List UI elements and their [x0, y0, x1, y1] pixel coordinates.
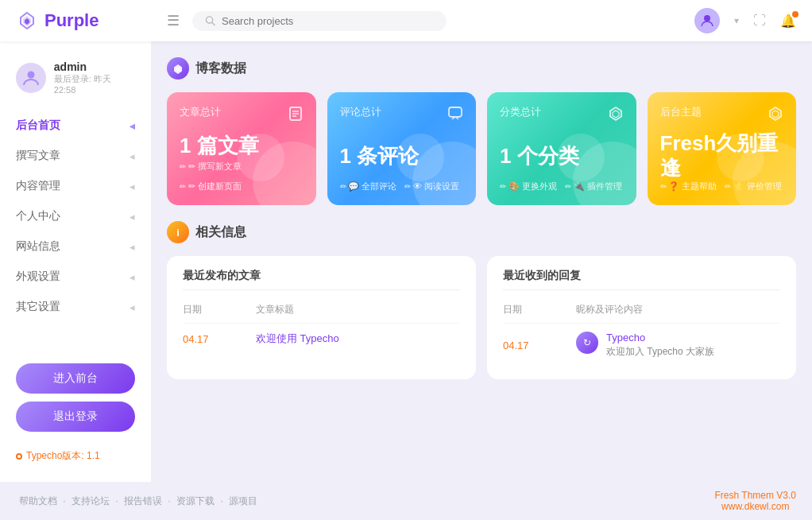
expand-icon[interactable]: ⛶ — [753, 14, 766, 28]
nav-label: 个人中心 — [16, 209, 60, 223]
footer-link-支持论坛[interactable]: 支持论坛 — [72, 495, 110, 506]
stat-card-top: 评论总计 — [340, 105, 464, 125]
sidebar-user: admin 最后登录: 昨天 22:58 — [0, 54, 151, 111]
footer-link-资源下载[interactable]: 资源下载 — [176, 495, 215, 506]
nav-arrow-icon: ◂ — [130, 301, 135, 313]
replies-table-header: 日期 昵称及评论内容 — [503, 300, 780, 324]
sidebar-nav: 后台首页 ◂ 撰写文章 ◂ 内容管理 ◂ 个人中心 ◂ 网站信息 ◂ 外观设置 … — [0, 111, 151, 354]
search-bar[interactable] — [192, 11, 447, 31]
bell-dot — [792, 11, 798, 17]
logo-icon — [16, 10, 38, 32]
svg-point-3 — [27, 71, 34, 78]
stat-link[interactable]: ⭐ 评价管理 — [725, 180, 782, 192]
nav-arrow-icon: ◂ — [130, 271, 135, 283]
username: admin — [54, 60, 135, 73]
stat-card-pink: 文章总计 1 篇文章 ✏ 撰写新文章✏ 创建新页面 — [167, 92, 316, 205]
sidebar-item-网站信息[interactable]: 网站信息 ◂ — [0, 231, 151, 262]
nav-arrow-icon: ◂ — [130, 150, 135, 162]
footer-separator: · — [165, 495, 173, 506]
stat-card-top: 后台主题 — [660, 105, 784, 125]
nav-label: 外观设置 — [16, 270, 60, 284]
header-chevron-icon[interactable]: ▾ — [734, 15, 739, 26]
related-info-title: 相关信息 — [195, 224, 246, 241]
recent-articles-card: 最近发布的文章 日期 文章标题 04.17 欢迎使用 Typecho — [167, 256, 476, 379]
sidebar-user-info: admin 最后登录: 昨天 22:58 — [54, 60, 135, 95]
svg-rect-8 — [449, 107, 462, 117]
stat-card-top: 文章总计 — [180, 105, 304, 125]
footer-brand-text: Fresh Thmem V3.0 — [715, 490, 796, 501]
sidebar-item-后台首页[interactable]: 后台首页 ◂ — [0, 111, 151, 141]
nav-arrow-icon: ◂ — [130, 120, 135, 132]
stat-link[interactable]: 💬 全部评论 — [340, 180, 397, 192]
nav-label: 其它设置 — [16, 300, 60, 314]
sidebar-item-其它设置[interactable]: 其它设置 ◂ — [0, 292, 151, 322]
stat-link[interactable]: ✏ 撰写新文章 — [180, 161, 242, 173]
nav-label: 网站信息 — [16, 239, 60, 254]
article-date: 04.17 — [183, 333, 246, 345]
stat-card-icon — [447, 105, 463, 125]
sidebar-item-个人中心[interactable]: 个人中心 ◂ — [0, 201, 151, 231]
stat-link[interactable]: ❓ 主题帮助 — [660, 180, 717, 192]
footer-link-源项目[interactable]: 源项目 — [229, 495, 257, 506]
stat-card-icon — [288, 105, 304, 125]
blog-data-header: 博客数据 — [167, 57, 796, 80]
sidebar-item-内容管理[interactable]: 内容管理 ◂ — [0, 171, 151, 201]
replies-col-date: 日期 — [503, 303, 566, 316]
stat-card-teal: 分类总计 1 个分类 🎨 更换外观🔌 插件管理 — [487, 92, 636, 205]
table-row: 04.17 ↻ Typecho 欢迎加入 Typecho 大家族 — [503, 324, 780, 367]
stat-link[interactable]: 🎨 更换外观 — [500, 180, 557, 192]
reply-name[interactable]: Typecho — [606, 332, 714, 343]
stat-card-value: 1 条评论 — [340, 144, 464, 169]
recent-articles-title: 最近发布的文章 — [183, 269, 460, 290]
stat-card-value: Fresh久别重逢 — [660, 131, 784, 180]
search-input[interactable] — [222, 15, 434, 27]
articles-table: 日期 文章标题 04.17 欢迎使用 Typecho — [183, 300, 460, 354]
stat-card-value: 1 篇文章 — [180, 134, 304, 158]
footer-link-报告错误[interactable]: 报告错误 — [124, 495, 162, 506]
stat-card-links: 🎨 更换外观🔌 插件管理 — [500, 180, 624, 192]
footer-separator: · — [60, 495, 68, 506]
sidebar-item-外观设置[interactable]: 外观设置 ◂ — [0, 262, 151, 292]
blog-data-icon — [167, 57, 189, 80]
stat-card-icon — [768, 105, 783, 125]
frontend-button[interactable]: 进入前台 — [16, 363, 135, 394]
stat-card-label: 评论总计 — [340, 105, 381, 119]
stat-link[interactable]: 🔌 插件管理 — [565, 180, 622, 192]
avatar[interactable] — [694, 8, 720, 33]
main-layout: admin 最后登录: 昨天 22:58 后台首页 ◂ 撰写文章 ◂ 内容管理 … — [0, 41, 812, 482]
stat-card-links: ✏ 撰写新文章✏ 创建新页面 — [180, 161, 304, 192]
stat-card-label: 后台主题 — [660, 105, 702, 119]
stat-link[interactable]: ✏ 创建新页面 — [180, 180, 242, 192]
related-info-header: i 相关信息 — [167, 221, 796, 243]
nav-label: 内容管理 — [16, 179, 60, 193]
reply-date: 04.17 — [503, 340, 566, 351]
sidebar-item-撰写文章[interactable]: 撰写文章 ◂ — [0, 141, 151, 171]
header-right: ▾ ⛶ 🔔 — [694, 8, 796, 33]
stat-link[interactable]: 👁 阅读设置 — [404, 180, 459, 192]
reply-icon-symbol: ↻ — [583, 337, 591, 348]
stat-card-value: 1 个分类 — [500, 144, 624, 169]
replies-table: 日期 昵称及评论内容 04.17 ↻ Typecho 欢迎加入 Typecho … — [503, 300, 780, 367]
search-icon — [205, 15, 215, 26]
reply-text: Typecho 欢迎加入 Typecho 大家族 — [606, 332, 714, 359]
version-dot — [16, 453, 22, 460]
nav-arrow-icon: ◂ — [130, 241, 135, 253]
bell-container[interactable]: 🔔 — [780, 14, 796, 29]
logout-button[interactable]: 退出登录 — [16, 402, 135, 432]
stat-card-top: 分类总计 — [500, 105, 624, 125]
info-grid: 最近发布的文章 日期 文章标题 04.17 欢迎使用 Typecho 最近收到的… — [167, 256, 796, 379]
stat-card-label: 文章总计 — [180, 105, 221, 119]
stat-card-links: 💬 全部评论👁 阅读设置 — [340, 180, 464, 192]
sidebar-version: Typecho版本: 1.1 — [0, 441, 151, 469]
menu-icon[interactable]: ☰ — [167, 12, 180, 29]
recent-replies-title: 最近收到的回复 — [503, 269, 780, 290]
footer-brand: Fresh Thmem V3.0 www.dkewl.com — [715, 490, 796, 512]
header: Purple ☰ ▾ ⛶ 🔔 — [0, 0, 812, 41]
reply-icon: ↻ — [576, 332, 598, 354]
articles-table-header: 日期 文章标题 — [183, 300, 460, 324]
stats-grid: 文章总计 1 篇文章 ✏ 撰写新文章✏ 创建新页面 评论总计 1 条评论 💬 全… — [167, 92, 796, 205]
last-login: 最后登录: 昨天 22:58 — [54, 73, 135, 95]
svg-point-2 — [704, 15, 710, 21]
footer-link-帮助文档[interactable]: 帮助文档 — [19, 495, 57, 506]
article-title-link[interactable]: 欢迎使用 Typecho — [256, 332, 460, 346]
